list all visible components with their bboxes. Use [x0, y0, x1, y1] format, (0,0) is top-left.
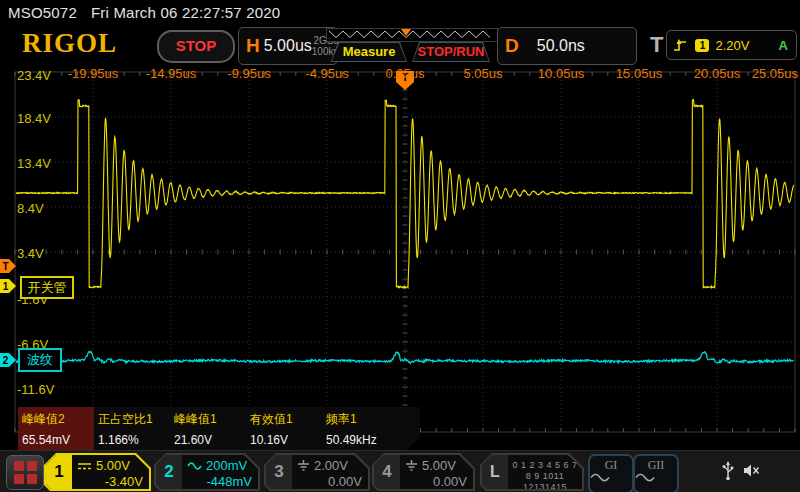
menu-grid-icon	[27, 461, 37, 471]
ch1-annotation: 开关管	[20, 276, 74, 299]
measurement-label: 有效值1	[250, 411, 322, 428]
ch2-waveform	[16, 352, 794, 364]
ch2-offset-marker[interactable]: 2	[0, 353, 16, 367]
measurement-label: 峰峰值2	[22, 411, 94, 428]
trigger-level-marker[interactable]: T	[0, 259, 16, 273]
channel1-scale: 5.00V	[96, 458, 130, 473]
channel3-offset: 0.00V	[297, 474, 362, 490]
svg-text:1: 1	[3, 281, 9, 292]
menu-grid-icon	[27, 474, 37, 484]
time-label: 5.05us	[463, 66, 502, 81]
channel4-tab[interactable]: 4 5.00V 0.00V	[372, 453, 475, 491]
time-label: -14.95us	[146, 66, 197, 81]
logic-row1: 0 1 2 3 4 5 6 7	[512, 460, 577, 470]
time-label: -9.95us	[227, 66, 270, 81]
channel4-number: 4	[374, 455, 400, 489]
channel2-scale: 200mV	[206, 458, 247, 473]
logic-tab-label: L	[482, 455, 508, 489]
oscilloscope-screen: MSO5072Fri March 06 22:27:57 2020 RIGOL …	[0, 0, 800, 492]
measurement-value: 10.16V	[250, 433, 322, 447]
logic-channel-list: 0 1 2 3 4 5 6 7 8 9 1011 12131415	[508, 455, 582, 489]
measurement-label: 峰峰值1	[174, 411, 246, 428]
speaker-muted-icon[interactable]	[743, 463, 760, 478]
generator1-button[interactable]: GI	[588, 454, 634, 492]
generator2-button[interactable]: GII	[633, 454, 679, 492]
ground-coupling-icon	[405, 460, 418, 471]
sine-wave-icon	[590, 473, 610, 482]
channel4-scale: 5.00V	[422, 458, 456, 473]
volt-label: 8.4V	[17, 201, 44, 216]
menu-grid-button[interactable]	[6, 455, 44, 490]
svg-text:2: 2	[3, 355, 9, 366]
ac-coupling-icon	[187, 461, 202, 471]
measurement-value: 1.166%	[98, 433, 170, 447]
volt-label: -11.6V	[17, 382, 54, 397]
measurement-cell[interactable]: 正占空比1 1.166%	[94, 407, 170, 451]
channel2-number: 2	[156, 455, 182, 489]
time-label: 0.05us	[385, 66, 424, 81]
usb-icon	[722, 461, 734, 481]
volt-label: 3.4V	[17, 246, 44, 261]
time-label: 20.05us	[694, 66, 740, 81]
measurement-panel: 峰峰值2 65.54mV 正占空比1 1.166% 峰峰值1 21.60V 有效…	[18, 407, 420, 451]
time-label: -4.95us	[305, 66, 348, 81]
generator2-label: GII	[635, 458, 677, 473]
volt-label: 23.4V	[17, 68, 51, 83]
measurement-label: 频率1	[326, 411, 398, 428]
time-label: 25.05us	[752, 66, 798, 81]
logic-channels-tab[interactable]: L 0 1 2 3 4 5 6 7 8 9 1011 12131415	[480, 453, 584, 491]
channel4-offset: 0.00V	[405, 474, 467, 490]
measurement-cell[interactable]: 有效值1 10.16V	[246, 407, 322, 451]
time-label: 10.05us	[538, 66, 584, 81]
volt-label: 13.4V	[17, 156, 51, 171]
channel3-number: 3	[266, 455, 292, 489]
channel2-offset: -448mV	[187, 474, 252, 490]
ch1-offset-marker[interactable]: 1	[0, 279, 16, 293]
channel1-offset: -3.40V	[77, 474, 143, 490]
channel3-tab[interactable]: 3 2.00V 0.00V	[264, 453, 370, 491]
measurement-cell[interactable]: 峰峰值1 21.60V	[170, 407, 246, 451]
measurement-value: 50.49kHz	[326, 433, 398, 447]
menu-grid-icon	[14, 474, 24, 484]
dc-coupling-icon	[77, 461, 92, 471]
measurement-value: 65.54mV	[22, 433, 94, 447]
channel2-tab[interactable]: 2 200mV -448mV	[154, 453, 260, 491]
measurement-cell[interactable]: 峰峰值2 65.54mV	[18, 407, 94, 451]
ch1-waveform	[16, 100, 794, 288]
time-label: -19.95us	[68, 66, 119, 81]
menu-grid-icon	[14, 461, 24, 471]
bottom-bar: 1 5.00V -3.40V 2	[0, 450, 800, 492]
channel1-number: 1	[46, 455, 72, 489]
sine-wave-icon	[635, 473, 655, 482]
channel3-scale: 2.00V	[314, 458, 348, 473]
ground-coupling-icon	[297, 460, 310, 471]
volt-label: 18.4V	[17, 111, 51, 126]
measurement-cell[interactable]: 频率1 50.49kHz	[322, 407, 398, 451]
logic-row2: 8 9 1011 12131415	[523, 471, 567, 492]
measurement-label: 正占空比1	[98, 411, 170, 428]
channel1-tab[interactable]: 1 5.00V -3.40V	[44, 453, 151, 491]
time-label: 15.05us	[616, 66, 662, 81]
generator1-label: GI	[590, 458, 632, 473]
ch2-annotation: 波纹	[18, 348, 62, 372]
measurement-value: 21.60V	[174, 433, 246, 447]
svg-text:T: T	[2, 261, 8, 272]
